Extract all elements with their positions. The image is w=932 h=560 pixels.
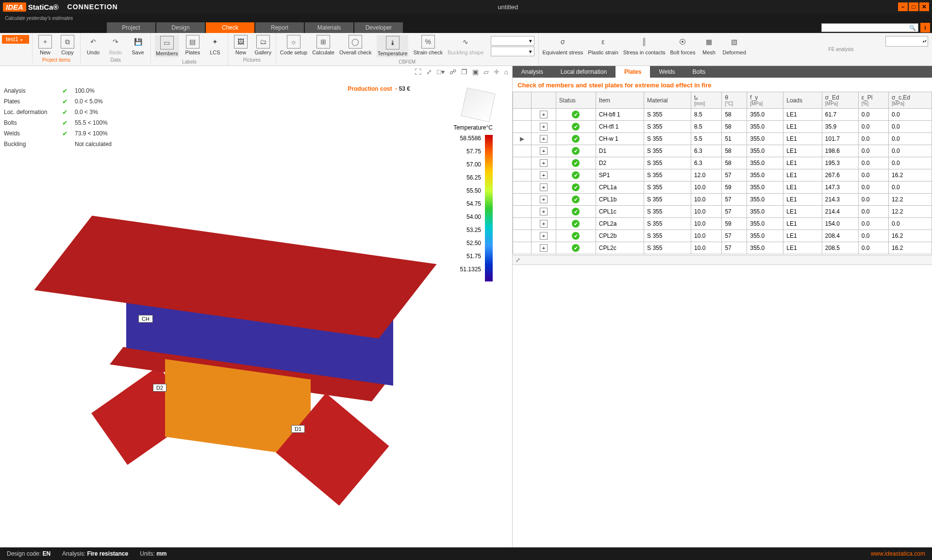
model-3d[interactable] [29, 202, 476, 493]
project-selector[interactable]: test1 [2, 35, 29, 44]
row-expand[interactable]: + [532, 109, 556, 121]
table-row[interactable]: + ✔ SP1 S 355 12.0 57 355.0 LE1 267.6 0.… [513, 169, 932, 181]
expand-button[interactable]: + [540, 147, 548, 155]
column-header[interactable]: f_y[MPa] [747, 92, 783, 109]
home-icon[interactable]: ⌂ [504, 68, 508, 76]
members-button[interactable]: ▭Members [155, 35, 179, 57]
overall-check-button[interactable]: ◯Overall check [339, 35, 372, 55]
tab-developer[interactable]: Developer [354, 22, 403, 33]
rtab-welds[interactable]: Welds [650, 66, 683, 78]
column-header[interactable]: Loads [783, 92, 822, 109]
expand-button[interactable]: + [540, 111, 548, 118]
for-extreme-select[interactable]: ▾ [491, 47, 534, 56]
minimize-button[interactable]: – [898, 2, 908, 11]
expand-button[interactable]: + [540, 159, 548, 167]
buckling-shape-button[interactable]: ∿Buckling shape [448, 35, 484, 55]
gallery-button[interactable]: 🗂Gallery [254, 35, 272, 55]
maximize-button[interactable]: □ [909, 2, 918, 11]
row-expand[interactable]: + [532, 145, 556, 157]
column-header[interactable]: σ_Ed[MPa] [822, 92, 858, 109]
expand-button[interactable]: + [540, 232, 548, 240]
expand-button[interactable]: + [540, 220, 548, 228]
bolt-forces-button[interactable]: ⦿Bolt forces [670, 35, 695, 55]
tab-design[interactable]: Design [156, 22, 205, 33]
table-row[interactable]: + ✔ CPL1b S 355 10.0 57 355.0 LE1 214.3 … [513, 194, 932, 206]
link-icon[interactable]: ☍ [449, 68, 456, 76]
expand-button[interactable]: + [540, 171, 548, 179]
box-icon[interactable]: ❐ [461, 68, 467, 76]
plates-button[interactable]: ▤Plates [184, 35, 201, 55]
table-row[interactable]: + ✔ CH-bfl 1 S 355 8.5 58 355.0 LE1 61.7… [513, 109, 932, 121]
tab-materials[interactable]: Materials [305, 22, 353, 33]
lcs-button[interactable]: ✦LCS [206, 35, 224, 55]
row-expand[interactable]: + [532, 242, 556, 254]
column-header[interactable] [513, 92, 532, 109]
axis-icon[interactable]: ✚ [494, 68, 499, 76]
column-header[interactable]: Material [644, 92, 691, 109]
column-header[interactable] [532, 92, 556, 109]
row-expand[interactable]: + [532, 206, 556, 218]
table-row[interactable]: + ✔ CPL2a S 355 10.0 59 355.0 LE1 154.0 … [513, 218, 932, 230]
table-row[interactable]: + ✔ D2 S 355 6.3 58 355.0 LE1 195.3 0.0 … [513, 157, 932, 169]
plastic-strain-button[interactable]: εPlastic strain [588, 35, 618, 55]
table-row[interactable]: + ✔ D1 S 355 6.3 58 355.0 LE1 198.6 0.0 … [513, 145, 932, 157]
save-button[interactable]: 💾Save [129, 35, 147, 55]
table-row[interactable]: + ✔ CH-tfl 1 S 355 8.5 58 355.0 LE1 35.9… [513, 121, 932, 133]
tab-project[interactable]: Project [107, 22, 155, 33]
scale-input[interactable] [885, 36, 928, 47]
column-header[interactable]: σ_c,Ed[MPa] [888, 92, 932, 109]
new-picture-button[interactable]: 🖼New [232, 35, 250, 55]
temperature-button[interactable]: 🌡Temperature [377, 35, 409, 57]
column-header[interactable]: Item [596, 92, 644, 109]
panel-splitter[interactable]: ⤢ [513, 255, 932, 265]
expand-button[interactable]: + [540, 244, 548, 252]
row-expand[interactable]: + [532, 133, 556, 145]
column-header[interactable]: tₚ[mm] [691, 92, 722, 109]
expand-icon[interactable]: ⤢ [426, 68, 432, 76]
close-button[interactable]: ✕ [919, 2, 929, 11]
row-expand[interactable]: + [532, 230, 556, 242]
redo-button[interactable]: ↷Redo [107, 35, 124, 55]
mesh-button[interactable]: ▦Mesh [700, 35, 717, 55]
expand-button[interactable]: + [540, 123, 548, 131]
copy-project-item-button[interactable]: ⧉Copy [59, 35, 76, 55]
nav-cube[interactable] [461, 87, 495, 122]
code-setup-button[interactable]: ☼Code setup [280, 35, 307, 55]
column-header[interactable]: θ[°C] [722, 92, 747, 109]
new-project-item-button[interactable]: ＋New [36, 35, 54, 55]
stress-contacts-button[interactable]: ║Stress in contacts [623, 35, 666, 55]
rtab-bolts[interactable]: Bolts [684, 66, 715, 78]
status-website[interactable]: www.ideastatica.com [871, 550, 925, 557]
column-header[interactable]: Status [556, 92, 596, 109]
cube-dd-icon[interactable]: □▾ [437, 68, 444, 76]
fit-icon[interactable]: ⛶ [415, 68, 421, 76]
row-expand[interactable]: + [532, 169, 556, 181]
viewport[interactable]: ⛶ ⤢ □▾ ☍ ❐ ▣ ▱ ✚ ⌂ Production cost - 53 … [0, 66, 513, 547]
table-row[interactable]: + ✔ CPL2c S 355 10.0 57 355.0 LE1 208.5 … [513, 242, 932, 254]
rtab-analysis[interactable]: Analysis [513, 66, 552, 78]
equivalent-stress-button[interactable]: σEquivalent stress [543, 35, 583, 55]
row-expand[interactable]: + [532, 218, 556, 230]
expand-button[interactable]: + [540, 208, 548, 215]
tab-check[interactable]: Check [206, 22, 254, 33]
solid-icon[interactable]: ▣ [472, 68, 479, 76]
undo-button[interactable]: ↶Undo [84, 35, 102, 55]
table-row[interactable]: + ✔ CPL1c S 355 10.0 57 355.0 LE1 214.4 … [513, 206, 932, 218]
row-expand[interactable]: + [532, 121, 556, 133]
table-row[interactable]: ▶ + ✔ CH-w 1 S 355 5.5 51 355.0 LE1 101.… [513, 133, 932, 145]
wire-icon[interactable]: ▱ [483, 68, 489, 76]
expand-button[interactable]: + [540, 196, 548, 203]
rtab-local-deformation[interactable]: Local deformation [552, 66, 616, 78]
row-expand[interactable]: + [532, 157, 556, 169]
deformed-button[interactable]: ▧Deformed [722, 35, 746, 55]
row-expand[interactable]: + [532, 181, 556, 194]
table-row[interactable]: + ✔ CPL2b S 355 10.0 57 355.0 LE1 208.4 … [513, 230, 932, 242]
rtab-plates[interactable]: Plates [616, 66, 650, 78]
expand-button[interactable]: + [540, 135, 548, 143]
table-row[interactable]: + ✔ CPL1a S 355 10.0 59 355.0 LE1 147.3 … [513, 181, 932, 194]
search-input[interactable]: 🔍 [821, 23, 918, 32]
info-button[interactable]: i [920, 23, 930, 33]
expand-button[interactable]: + [540, 183, 548, 191]
column-header[interactable]: ε_Pl[%] [858, 92, 888, 109]
tab-report[interactable]: Report [255, 22, 304, 33]
